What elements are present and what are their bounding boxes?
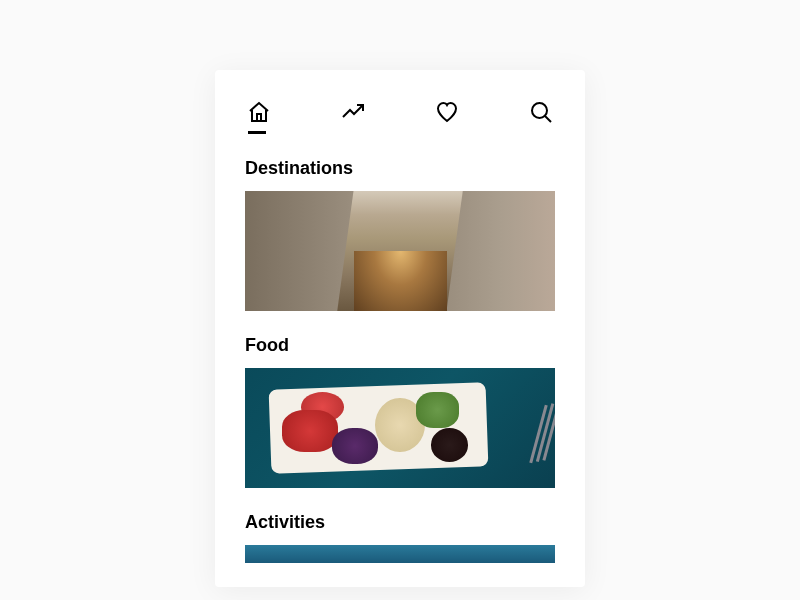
home-icon [247, 100, 271, 124]
nav-trending[interactable] [339, 98, 367, 126]
svg-point-0 [532, 103, 547, 118]
destinations-image[interactable] [245, 191, 555, 311]
app-frame: Destinations Food Activities [215, 70, 585, 587]
nav-favorites[interactable] [433, 98, 461, 126]
trending-icon [341, 100, 365, 124]
activities-image[interactable] [245, 545, 555, 563]
section-food: Food [245, 335, 555, 488]
top-nav [215, 70, 585, 150]
nav-search[interactable] [527, 98, 555, 126]
section-title: Activities [245, 512, 555, 533]
section-destinations: Destinations [245, 158, 555, 311]
search-icon [529, 100, 553, 124]
heart-icon [435, 100, 459, 124]
section-title: Destinations [245, 158, 555, 179]
nav-home[interactable] [245, 98, 273, 126]
food-image[interactable] [245, 368, 555, 488]
content-area: Destinations Food Activities [215, 150, 585, 563]
section-activities: Activities [245, 512, 555, 563]
section-title: Food [245, 335, 555, 356]
